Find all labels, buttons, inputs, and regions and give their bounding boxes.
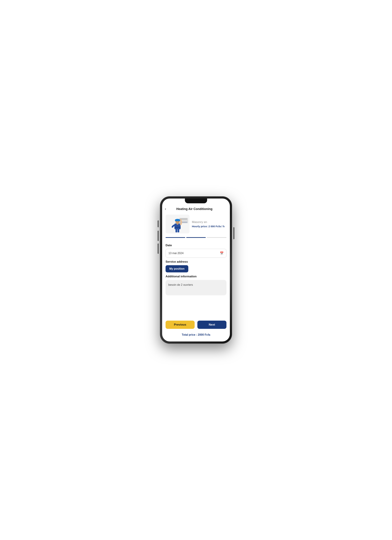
screen-content: ‹ Heating Air Conditioning [162,199,230,341]
price-label: Hourly price: [192,225,208,228]
service-card: Masonry en Hourly price: 2 000 Fcfa / h [162,213,230,235]
svg-point-15 [178,221,179,222]
phone-frame: ‹ Heating Air Conditioning [160,196,232,344]
date-input[interactable]: 13 mai 2024 📅 [166,249,226,258]
volume-down-button [158,244,159,254]
svg-rect-9 [175,227,181,228]
next-button[interactable]: Next [197,321,226,329]
date-label: Date [166,244,226,247]
service-price: Hourly price: 2 000 Fcfa / h [192,225,226,228]
total-label: Total price : [182,333,197,336]
notch [185,199,207,203]
back-button[interactable]: ‹ [165,207,166,211]
silent-button [158,220,159,227]
svg-point-14 [176,221,177,222]
header: ‹ Heating Air Conditioning [162,205,230,213]
form-content: Date 13 mai 2024 📅 Service address My po… [162,240,230,317]
progress-step-1 [166,237,185,238]
nav-buttons: Previous Next [162,317,230,330]
service-info: Masonry en Hourly price: 2 000 Fcfa / h [192,220,226,228]
progress-step-2 [186,237,206,238]
service-name: Masonry en [192,220,226,224]
progress-step-3 [207,237,226,238]
page-title: Heating Air Conditioning [168,207,221,211]
my-position-button[interactable]: My position [166,265,188,272]
additional-label: Additional information [166,275,226,278]
progress-bar [162,235,230,240]
service-image [166,215,190,233]
phone-screen: ‹ Heating Air Conditioning [162,199,230,341]
previous-button[interactable]: Previous [166,321,195,329]
address-label: Service address [166,260,226,264]
date-value: 13 mai 2024 [168,252,220,255]
svg-rect-13 [175,220,180,221]
price-value: 2 000 Fcfa / h [208,225,225,228]
svg-rect-16 [177,224,178,225]
additional-info-box[interactable]: besoin de 2 ouvriers [166,280,226,295]
volume-up-button [158,231,159,241]
calendar-icon: 📅 [220,251,224,255]
total-price-row: Total price : 2000 Fcfa [162,330,230,341]
total-value: 2000 Fcfa [198,333,210,336]
power-button [233,227,234,239]
